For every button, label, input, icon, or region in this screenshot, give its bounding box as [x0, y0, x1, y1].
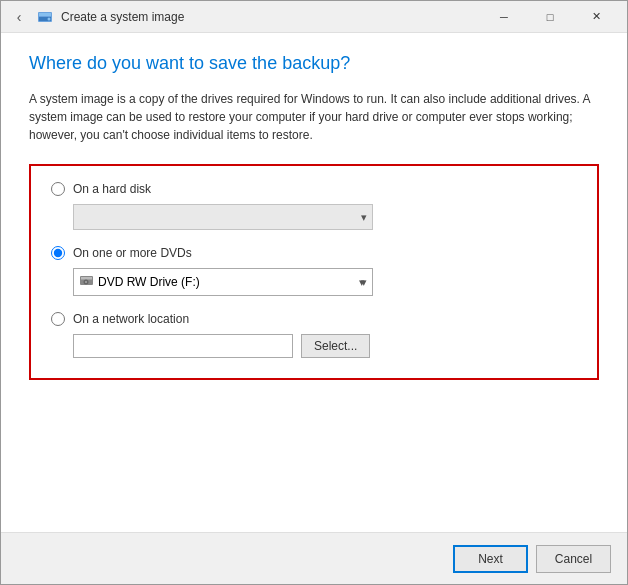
back-button[interactable]: ‹ — [9, 7, 29, 27]
network-path-input[interactable] — [73, 334, 293, 358]
hard-disk-section: On a hard disk — [51, 182, 577, 230]
minimize-button[interactable]: ─ — [481, 1, 527, 33]
title-bar-title: Create a system image — [61, 10, 184, 24]
network-radio[interactable] — [51, 312, 65, 326]
hard-disk-dropdown-row — [73, 204, 577, 230]
main-window: ‹ Create a system image ─ □ ✕ Where do y… — [0, 0, 628, 585]
dvd-label-text: On one or more DVDs — [73, 246, 192, 260]
dvd-dropdown-row: DVD RW Drive (F:) ▾ — [73, 268, 577, 296]
svg-point-7 — [85, 281, 87, 283]
window-icon — [37, 9, 53, 25]
dvd-svg-icon — [80, 274, 94, 288]
content-area: Where do you want to save the backup? A … — [1, 33, 627, 532]
next-button[interactable]: Next — [453, 545, 528, 573]
network-section: On a network location Select... — [51, 312, 577, 358]
dvd-select-inner[interactable]: DVD RW Drive (F:) ▾ — [73, 268, 373, 296]
network-option-label[interactable]: On a network location — [51, 312, 577, 326]
dvd-dropdown-wrapper: DVD RW Drive (F:) ▾ — [73, 268, 373, 296]
network-label-text: On a network location — [73, 312, 189, 326]
title-bar: ‹ Create a system image ─ □ ✕ — [1, 1, 627, 33]
svg-rect-1 — [39, 13, 51, 16]
maximize-button[interactable]: □ — [527, 1, 573, 33]
description-text: A system image is a copy of the drives r… — [29, 90, 599, 144]
page-heading: Where do you want to save the backup? — [29, 53, 599, 74]
hard-disk-select[interactable] — [73, 204, 373, 230]
select-button[interactable]: Select... — [301, 334, 370, 358]
back-arrow-icon: ‹ — [17, 9, 22, 25]
hard-disk-option-label[interactable]: On a hard disk — [51, 182, 577, 196]
title-bar-left: ‹ Create a system image — [9, 7, 481, 27]
dvd-radio[interactable] — [51, 246, 65, 260]
svg-point-3 — [48, 17, 51, 20]
svg-rect-5 — [81, 277, 92, 280]
dvd-drive-icon — [80, 274, 94, 291]
hard-disk-radio[interactable] — [51, 182, 65, 196]
close-button[interactable]: ✕ — [573, 1, 619, 33]
dvd-dropdown-arrow: ▾ — [352, 276, 372, 289]
hard-disk-label-text: On a hard disk — [73, 182, 151, 196]
cancel-button[interactable]: Cancel — [536, 545, 611, 573]
dvd-value-text: DVD RW Drive (F:) — [94, 275, 352, 289]
dvd-option-label[interactable]: On one or more DVDs — [51, 246, 577, 260]
footer: Next Cancel — [1, 532, 627, 584]
hard-disk-dropdown-wrapper — [73, 204, 373, 230]
options-box: On a hard disk On one or more DVDs — [29, 164, 599, 380]
title-bar-controls: ─ □ ✕ — [481, 1, 619, 33]
network-row: Select... — [73, 334, 577, 358]
dvd-section: On one or more DVDs — [51, 246, 577, 296]
